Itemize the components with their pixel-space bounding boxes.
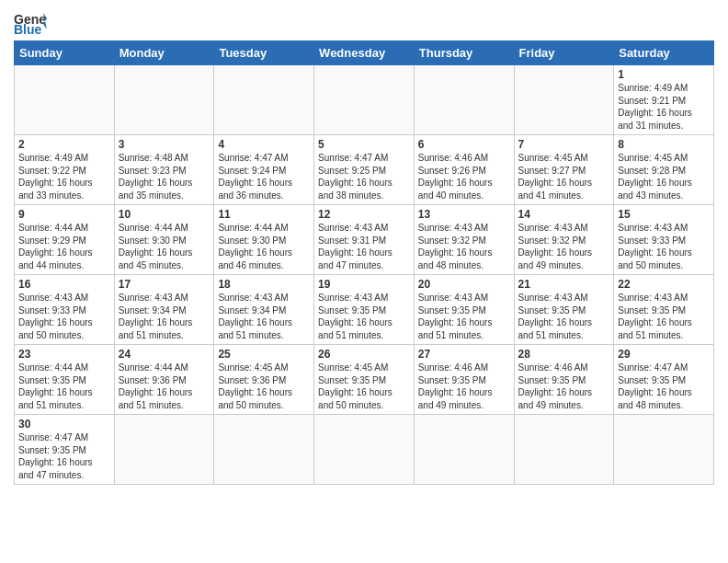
calendar-cell: 24Sunrise: 4:44 AM Sunset: 9:36 PM Dayli…	[114, 345, 214, 415]
day-info: Sunrise: 4:45 AM Sunset: 9:35 PM Dayligh…	[318, 362, 410, 411]
calendar-cell: 2Sunrise: 4:49 AM Sunset: 9:22 PM Daylig…	[15, 135, 115, 205]
calendar-table: SundayMondayTuesdayWednesdayThursdayFrid…	[14, 40, 714, 485]
day-number: 12	[318, 208, 410, 221]
calendar-week-5: 23Sunrise: 4:44 AM Sunset: 9:35 PM Dayli…	[15, 345, 714, 415]
day-number: 19	[318, 278, 410, 291]
day-info: Sunrise: 4:47 AM Sunset: 9:35 PM Dayligh…	[618, 362, 710, 411]
calendar-week-6: 30Sunrise: 4:47 AM Sunset: 9:35 PM Dayli…	[15, 415, 714, 485]
calendar-cell: 14Sunrise: 4:43 AM Sunset: 9:32 PM Dayli…	[514, 205, 614, 275]
day-number: 26	[318, 348, 410, 361]
calendar-cell	[214, 65, 314, 135]
day-info: Sunrise: 4:43 AM Sunset: 9:34 PM Dayligh…	[218, 292, 310, 341]
day-number: 7	[518, 138, 610, 151]
day-info: Sunrise: 4:49 AM Sunset: 9:21 PM Dayligh…	[618, 82, 710, 132]
day-info: Sunrise: 4:47 AM Sunset: 9:24 PM Dayligh…	[218, 152, 310, 201]
calendar-cell: 6Sunrise: 4:46 AM Sunset: 9:26 PM Daylig…	[414, 135, 514, 205]
calendar-cell: 16Sunrise: 4:43 AM Sunset: 9:33 PM Dayli…	[15, 275, 115, 345]
calendar-cell: 10Sunrise: 4:44 AM Sunset: 9:30 PM Dayli…	[114, 205, 214, 275]
day-number: 29	[618, 348, 710, 361]
calendar-week-1: 1Sunrise: 4:49 AM Sunset: 9:21 PM Daylig…	[15, 65, 714, 135]
calendar-cell	[614, 415, 714, 485]
column-header-monday: Monday	[114, 41, 214, 65]
day-number: 5	[318, 138, 410, 151]
day-info: Sunrise: 4:45 AM Sunset: 9:27 PM Dayligh…	[518, 152, 610, 201]
calendar-week-3: 9Sunrise: 4:44 AM Sunset: 9:29 PM Daylig…	[15, 205, 714, 275]
calendar-cell	[15, 65, 115, 135]
calendar-cell	[414, 415, 514, 485]
svg-text:Blue: Blue	[14, 22, 42, 35]
page-header: General Blue	[14, 9, 714, 35]
day-number: 3	[119, 138, 210, 151]
calendar-cell: 27Sunrise: 4:46 AM Sunset: 9:35 PM Dayli…	[414, 345, 514, 415]
day-number: 23	[18, 348, 110, 361]
day-number: 14	[518, 208, 610, 221]
day-info: Sunrise: 4:45 AM Sunset: 9:36 PM Dayligh…	[218, 362, 310, 411]
column-header-saturday: Saturday	[614, 41, 714, 65]
calendar-cell: 20Sunrise: 4:43 AM Sunset: 9:35 PM Dayli…	[414, 275, 514, 345]
day-info: Sunrise: 4:47 AM Sunset: 9:35 PM Dayligh…	[18, 431, 110, 481]
day-info: Sunrise: 4:48 AM Sunset: 9:23 PM Dayligh…	[119, 152, 210, 201]
day-number: 8	[618, 138, 710, 151]
day-number: 20	[418, 278, 510, 291]
calendar-cell	[314, 415, 415, 485]
calendar-cell: 25Sunrise: 4:45 AM Sunset: 9:36 PM Dayli…	[214, 345, 314, 415]
calendar-cell: 19Sunrise: 4:43 AM Sunset: 9:35 PM Dayli…	[314, 275, 415, 345]
column-header-thursday: Thursday	[414, 41, 514, 65]
day-number: 30	[18, 418, 110, 431]
calendar-cell	[114, 65, 214, 135]
calendar-cell: 12Sunrise: 4:43 AM Sunset: 9:31 PM Dayli…	[314, 205, 415, 275]
calendar-cell	[114, 415, 214, 485]
day-number: 28	[518, 348, 610, 361]
day-info: Sunrise: 4:44 AM Sunset: 9:30 PM Dayligh…	[119, 222, 210, 271]
day-info: Sunrise: 4:43 AM Sunset: 9:33 PM Dayligh…	[618, 222, 710, 271]
calendar-week-2: 2Sunrise: 4:49 AM Sunset: 9:22 PM Daylig…	[15, 135, 714, 205]
day-number: 24	[119, 348, 210, 361]
calendar-cell: 1Sunrise: 4:49 AM Sunset: 9:21 PM Daylig…	[614, 65, 714, 135]
calendar-cell	[314, 65, 415, 135]
calendar-cell: 22Sunrise: 4:43 AM Sunset: 9:35 PM Dayli…	[614, 275, 714, 345]
day-info: Sunrise: 4:43 AM Sunset: 9:34 PM Dayligh…	[119, 292, 210, 341]
calendar-cell	[514, 415, 614, 485]
day-number: 10	[119, 208, 210, 221]
day-number: 22	[618, 278, 710, 291]
calendar-cell: 18Sunrise: 4:43 AM Sunset: 9:34 PM Dayli…	[214, 275, 314, 345]
day-number: 15	[618, 208, 710, 221]
calendar-cell: 21Sunrise: 4:43 AM Sunset: 9:35 PM Dayli…	[514, 275, 614, 345]
day-number: 4	[218, 138, 310, 151]
column-header-wednesday: Wednesday	[314, 41, 415, 65]
day-info: Sunrise: 4:49 AM Sunset: 9:22 PM Dayligh…	[18, 152, 110, 201]
day-number: 6	[418, 138, 510, 151]
column-header-tuesday: Tuesday	[214, 41, 314, 65]
day-info: Sunrise: 4:46 AM Sunset: 9:26 PM Dayligh…	[418, 152, 510, 201]
calendar-cell: 3Sunrise: 4:48 AM Sunset: 9:23 PM Daylig…	[114, 135, 214, 205]
day-info: Sunrise: 4:44 AM Sunset: 9:29 PM Dayligh…	[18, 222, 110, 271]
calendar-cell: 23Sunrise: 4:44 AM Sunset: 9:35 PM Dayli…	[15, 345, 115, 415]
calendar-week-4: 16Sunrise: 4:43 AM Sunset: 9:33 PM Dayli…	[15, 275, 714, 345]
day-info: Sunrise: 4:46 AM Sunset: 9:35 PM Dayligh…	[518, 362, 610, 411]
calendar-cell	[214, 415, 314, 485]
day-number: 1	[618, 68, 710, 81]
calendar-cell: 28Sunrise: 4:46 AM Sunset: 9:35 PM Dayli…	[514, 345, 614, 415]
calendar-cell: 11Sunrise: 4:44 AM Sunset: 9:30 PM Dayli…	[214, 205, 314, 275]
day-info: Sunrise: 4:47 AM Sunset: 9:25 PM Dayligh…	[318, 152, 410, 201]
calendar-cell: 9Sunrise: 4:44 AM Sunset: 9:29 PM Daylig…	[15, 205, 115, 275]
calendar-cell: 13Sunrise: 4:43 AM Sunset: 9:32 PM Dayli…	[414, 205, 514, 275]
day-number: 11	[218, 208, 310, 221]
calendar-header-row: SundayMondayTuesdayWednesdayThursdayFrid…	[15, 41, 714, 65]
calendar-cell	[414, 65, 514, 135]
day-info: Sunrise: 4:44 AM Sunset: 9:35 PM Dayligh…	[18, 362, 110, 411]
day-number: 21	[518, 278, 610, 291]
calendar-cell: 8Sunrise: 4:45 AM Sunset: 9:28 PM Daylig…	[614, 135, 714, 205]
day-info: Sunrise: 4:43 AM Sunset: 9:35 PM Dayligh…	[518, 292, 610, 341]
day-number: 2	[18, 138, 110, 151]
calendar-cell: 5Sunrise: 4:47 AM Sunset: 9:25 PM Daylig…	[314, 135, 415, 205]
calendar-cell: 7Sunrise: 4:45 AM Sunset: 9:27 PM Daylig…	[514, 135, 614, 205]
day-info: Sunrise: 4:46 AM Sunset: 9:35 PM Dayligh…	[418, 362, 510, 411]
day-number: 17	[119, 278, 210, 291]
day-number: 16	[18, 278, 110, 291]
day-info: Sunrise: 4:43 AM Sunset: 9:31 PM Dayligh…	[318, 222, 410, 271]
column-header-sunday: Sunday	[15, 41, 115, 65]
logo-icon: General Blue	[14, 9, 47, 35]
day-info: Sunrise: 4:43 AM Sunset: 9:32 PM Dayligh…	[518, 222, 610, 271]
day-number: 9	[18, 208, 110, 221]
